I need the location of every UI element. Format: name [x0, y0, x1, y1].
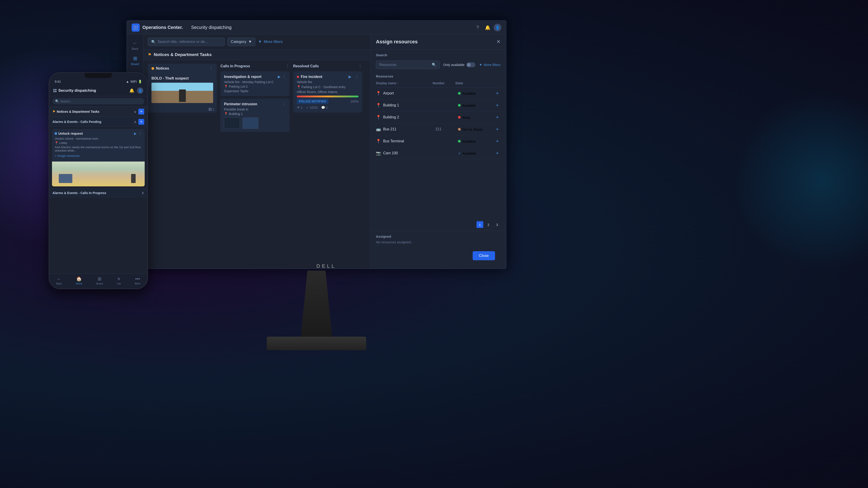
fire-play-icon[interactable]: ▶ — [348, 74, 351, 79]
phone-pending-expand-icon[interactable]: ∧ — [134, 120, 136, 124]
cam100-check-icon: ✓ — [458, 151, 461, 156]
phone-bell-icon[interactable]: 🔔 — [129, 88, 134, 93]
call-card-investigation[interactable]: Investigation & report ▶ ⋮ Vehicle fire … — [220, 71, 289, 96]
assign-panel-close-icon[interactable]: ✕ — [496, 39, 500, 45]
page-title: Security dispatching — [191, 25, 231, 30]
phone-inprogress-expand-icon[interactable]: ∧ — [142, 191, 144, 195]
fire-menu-icon[interactable]: ⋮ — [355, 74, 359, 79]
phone-notch — [85, 73, 112, 78]
phone-assign-resources-button[interactable]: + Assign resources — [55, 154, 142, 158]
notice-dot — [151, 67, 154, 70]
notice-header: Notices ⋮ — [148, 64, 217, 73]
section-icon: ⚑ — [148, 52, 151, 57]
busterminal-add-button[interactable]: + — [494, 138, 500, 144]
phone-body: 9:41 ▲ WiFi 🔋 Security dispatching — [49, 72, 148, 289]
page-1-button[interactable]: 1 — [476, 221, 483, 228]
page-3-button[interactable]: 3 — [494, 221, 500, 228]
only-available-toggle[interactable] — [466, 62, 475, 67]
cam100-state-label: Available — [462, 151, 476, 155]
busterminal-state-label: Available — [462, 139, 476, 143]
search-input-wrapper[interactable]: 🔍 — [148, 37, 225, 46]
toggle-knob — [467, 63, 471, 67]
perimeter-menu-icon[interactable]: ⋮ — [282, 102, 286, 106]
assign-search-controls: 🔍 Only available ▼ More filters — [370, 61, 506, 72]
phone-battery-icon: 🔋 — [138, 80, 142, 84]
calls-menu-icon[interactable]: ⋮ — [285, 64, 289, 69]
notification-icon[interactable]: 🔔 — [484, 24, 491, 31]
phone-unlock-play-icon[interactable]: ▶ — [134, 132, 136, 135]
col-header-name: Display name ↑ — [376, 81, 433, 85]
resolved-menu-icon[interactable]: ⋮ — [358, 64, 362, 69]
phone-app-header: Security dispatching 🔔 👤 — [49, 85, 147, 96]
user-avatar[interactable]: 👤 — [494, 24, 501, 31]
close-panel-button[interactable]: Close — [473, 251, 495, 260]
sort-arrow-icon[interactable]: ↑ — [397, 82, 399, 85]
section-title: Notices & Department Tasks — [154, 52, 212, 57]
search-input[interactable] — [158, 39, 221, 44]
phone-unlock-menu-icon[interactable]: ⋮ — [138, 131, 142, 135]
resources-table-header: Display name ↑ Number State — [376, 79, 500, 88]
category-dropdown[interactable]: Category ▼ — [227, 37, 255, 46]
investigation-menu-icon[interactable]: ⋮ — [282, 74, 286, 79]
surveillance-thumb-2 — [243, 118, 258, 129]
assign-resources-panel: Assign resources ✕ Search 🔍 Only avai — [370, 34, 506, 268]
board-columns: Notices ⋮ BOLO - Theft suspect — [143, 60, 370, 268]
fire-progress-fill — [297, 96, 359, 97]
more-filters-button[interactable]: ▼ More filters — [258, 39, 283, 44]
phone-notices-expand-icon[interactable]: ∨ — [134, 109, 136, 114]
building2-add-button[interactable]: + — [494, 114, 500, 121]
phone-app-title: Security dispatching — [58, 88, 96, 93]
phone-nav-more-icon: ••• — [135, 276, 140, 282]
phone-unlock-pin-icon: 📍 — [55, 141, 58, 144]
phone-nav-home[interactable]: 🏠 Home — [76, 276, 82, 285]
fire-subtitle: Vehicle fire — [297, 80, 359, 84]
fire-card-meta: 👁 1 ✓ 10/10 💬 1 — [297, 106, 359, 109]
resource-row-cam100: 📷 Cam 100 ✓ Available + — [376, 147, 500, 159]
phone-nav-list-icon: ≡ — [118, 276, 120, 282]
phone-nav-list[interactable]: ≡ List — [117, 276, 121, 285]
phone-unlock-body: Vendor unlock - mechanical room 📍 Lobby … — [52, 137, 145, 160]
progress-percent: 100% — [350, 100, 359, 103]
investigation-card-header: Investigation & report ▶ ⋮ — [224, 74, 286, 79]
assign-search-input[interactable] — [379, 63, 430, 67]
assign-more-filters-button[interactable]: ▼ More filters — [479, 63, 500, 67]
building1-add-button[interactable]: + — [494, 102, 500, 108]
cam100-name: Cam 100 — [383, 151, 435, 155]
notice-card-bolo[interactable]: BOLO - Theft suspect 🖼 1 — [148, 73, 217, 112]
phone-nav-more[interactable]: ••• More — [135, 276, 141, 285]
assign-search-label: Search — [376, 53, 387, 57]
location-pin-icon: 📍 — [224, 85, 228, 88]
sidebar-item-board[interactable]: ⊞ Board — [129, 53, 142, 68]
page-2-button[interactable]: 2 — [485, 221, 492, 228]
sidebar-item-back[interactable]: ← Back — [129, 38, 142, 53]
sidebar-back-label: Back — [132, 47, 138, 51]
resource-row-airport: 📍 Airport Available + — [376, 88, 500, 99]
phone-nav-board[interactable]: ⊞ Board — [96, 276, 103, 285]
phone-lobby-image — [52, 162, 145, 186]
image-count-icon: 🖼 1 — [209, 107, 214, 111]
airport-location-icon: 📍 — [376, 91, 381, 96]
monitor-container: Operations Center. · Security dispatchin… — [127, 20, 556, 427]
notices-label: Notices — [156, 66, 169, 70]
phone-notices-add-button[interactable]: + — [138, 109, 144, 115]
phone-nav-back[interactable]: ← Back — [56, 276, 62, 285]
phone-container: 9:41 ▲ WiFi 🔋 Security dispatching — [49, 72, 148, 289]
cam100-add-button[interactable]: + — [494, 150, 500, 156]
assign-search-wrapper[interactable]: 🔍 — [376, 61, 440, 69]
resource-row-bus211: 🚌 Bus 211 211 🔧 Out for Repai + — [376, 123, 500, 135]
phone-user-avatar[interactable]: 👤 — [137, 88, 143, 94]
comments-count: 💬 1 — [321, 106, 328, 109]
phone-pending-add-button[interactable]: + — [138, 119, 144, 125]
search-icon: 🔍 — [151, 40, 156, 44]
airport-add-button[interactable]: + — [494, 90, 500, 96]
investigation-play-icon[interactable]: ▶ — [278, 74, 281, 79]
assign-search-row: Search — [370, 50, 506, 61]
help-icon[interactable]: ? — [474, 24, 482, 31]
resolved-card-fire[interactable]: Fire incident ▶ ⋮ Vehicle fire 📍 Parking… — [293, 71, 362, 112]
notices-menu-icon[interactable]: ⋮ — [209, 66, 213, 71]
phone-search-placeholder[interactable]: Search... — [60, 100, 72, 103]
bus211-add-button[interactable]: + — [494, 126, 500, 132]
phone-unlock-card[interactable]: Unlock request ▶ ⋮ Vendor unlock - mecha… — [52, 129, 145, 186]
call-card-perimeter[interactable]: Perimeter intrusion ⋮ Possible break in … — [220, 99, 289, 132]
busterminal-name: Bus Terminal — [383, 139, 435, 143]
